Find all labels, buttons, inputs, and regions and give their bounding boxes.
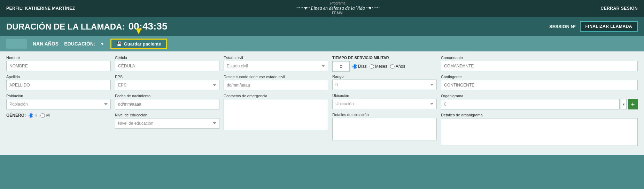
- nivel-educacion-select-wrapper: Nivel de educación: [115, 118, 219, 129]
- desde-cuando-label: Desde cuando tiene ese estado civil: [224, 75, 328, 79]
- contingente-group: Contingente: [441, 75, 638, 90]
- desde-cuando-input[interactable]: [224, 80, 328, 90]
- meses-option[interactable]: Meses: [370, 64, 387, 69]
- detalles-ubicacion-group: Detalles de ubicación: [332, 113, 437, 142]
- eps-select[interactable]: EPS: [115, 80, 219, 90]
- poblacion-select-wrapper: Población: [6, 99, 111, 109]
- genero-h-radio[interactable]: [29, 113, 33, 118]
- ubicacion-group: Ubicación Ubicación: [332, 93, 437, 109]
- detalles-ubicacion-textarea[interactable]: [332, 118, 437, 140]
- nombre-group: Nombre: [6, 56, 111, 71]
- contactos-label: Contactos de emergencia: [224, 94, 328, 98]
- tiempo-servicio-label: TIEMPO DE SERVICIO MILITAR: [332, 56, 437, 60]
- contingente-label: Contingente: [441, 75, 638, 79]
- ubicacion-label: Ubicación: [332, 93, 437, 98]
- col2: Cédula EPS EPS Fecha de nacimiento Nivel…: [115, 56, 219, 151]
- educacion-label: EDUCACIÓN:: [64, 41, 95, 47]
- tiempo-radio-options: Días Meses Años: [352, 64, 405, 69]
- guardar-paciente-button[interactable]: 💾 Guardar paciente: [110, 39, 167, 49]
- nombre-label: Nombre: [6, 56, 111, 60]
- nivel-educacion-group: Nivel de educación Nivel de educación: [115, 113, 219, 129]
- contactos-group: Contactos de emergencia: [224, 94, 328, 132]
- logout-button[interactable]: CERRAR SESIÓN: [600, 6, 638, 11]
- tiempo-value-input[interactable]: [332, 61, 350, 72]
- fecha-nacimiento-input[interactable]: [115, 99, 219, 109]
- nombre-input[interactable]: [6, 61, 111, 71]
- rango-label: Rango: [332, 74, 437, 79]
- nivel-educacion-label: Nivel de educación: [115, 113, 219, 117]
- meses-label: Meses: [375, 64, 387, 69]
- comandante-group: Comandante: [441, 56, 638, 71]
- apellido-label: Apellido: [6, 75, 111, 79]
- genero-h-label[interactable]: H: [29, 113, 38, 118]
- eps-group: EPS EPS: [115, 75, 219, 90]
- nivel-educacion-select[interactable]: Nivel de educación: [115, 118, 219, 129]
- rango-group: Rango 0: [332, 74, 437, 90]
- eps-label: EPS: [115, 75, 219, 79]
- apellido-input[interactable]: [6, 80, 111, 90]
- estado-civil-group: Estado civil Estado civil: [224, 56, 328, 71]
- poblacion-label: Población: [6, 94, 111, 98]
- genero-row: GÉNERO: H M: [6, 113, 111, 118]
- yellow-arrow-icon: ▼: [134, 26, 143, 36]
- finalizar-llamada-button[interactable]: FINALIZAR LLAMADA: [580, 21, 638, 32]
- meses-radio[interactable]: [370, 64, 374, 69]
- anos-option[interactable]: Años: [390, 64, 405, 69]
- genero-m-radio[interactable]: [40, 113, 45, 118]
- detalles-ubicacion-label: Detalles de ubicación: [332, 113, 437, 117]
- dias-option[interactable]: Días: [352, 64, 367, 69]
- organigrama-group: Organigrama ▾ +: [441, 94, 638, 109]
- nan-anos-label: NAN AÑOS: [33, 41, 59, 47]
- top-nav: PERFIL: KATHERINE MARTÍNEZ Programa ~~~♥…: [0, 0, 644, 17]
- ubicacion-select[interactable]: Ubicación: [332, 99, 437, 109]
- genero-h-text: H: [34, 113, 38, 118]
- genero-label: GÉNERO:: [6, 113, 26, 118]
- duration-prefix: DURACIÓN DE LA LLAMADA:: [6, 22, 125, 32]
- guardar-label: Guardar paciente: [124, 41, 161, 47]
- guardar-container: ▼ 💾 Guardar paciente: [110, 39, 167, 49]
- organigrama-row: ▾ +: [441, 99, 638, 109]
- dias-radio[interactable]: [352, 64, 357, 69]
- fecha-nacimiento-label: Fecha de nacimiento: [115, 94, 219, 98]
- col5: Comandante Contingente Organigrama ▾ + D…: [441, 56, 638, 151]
- col4: TIEMPO DE SERVICIO MILITAR Días Meses: [332, 56, 437, 151]
- col1: Nombre Apellido Población Población GÉNE…: [6, 56, 111, 151]
- organigrama-chevron-icon[interactable]: ▾: [621, 99, 627, 109]
- fecha-nacimiento-group: Fecha de nacimiento: [115, 94, 219, 109]
- anos-label: Años: [396, 64, 405, 69]
- comandante-label: Comandante: [441, 56, 638, 60]
- rango-select[interactable]: 0: [332, 80, 437, 90]
- cedula-label: Cédula: [115, 56, 219, 60]
- anos-radio[interactable]: [390, 64, 395, 69]
- patient-bar: NAN AÑOS EDUCACIÓN: ▾ ▼ 💾 Guardar pacien…: [0, 36, 644, 51]
- dias-label: Días: [358, 64, 367, 69]
- call-bar: DURACIÓN DE LA LLAMADA: 00:43:35 SESSION…: [0, 17, 644, 36]
- form-area: Nombre Apellido Población Población GÉNE…: [0, 51, 644, 155]
- contingente-input[interactable]: [441, 80, 638, 90]
- educacion-chevron-icon[interactable]: ▾: [101, 41, 103, 47]
- form-grid: Nombre Apellido Población Población GÉNE…: [6, 56, 638, 151]
- apellido-group: Apellido: [6, 75, 111, 90]
- cedula-group: Cédula: [115, 56, 219, 71]
- genero-m-label[interactable]: M: [40, 113, 50, 118]
- cedula-input[interactable]: [115, 61, 219, 71]
- estado-civil-select[interactable]: Estado civil: [224, 61, 328, 71]
- contactos-textarea[interactable]: [224, 99, 328, 130]
- detalles-organigrama-label: Detalles de organigrama: [441, 113, 638, 117]
- organigrama-input[interactable]: [441, 99, 620, 109]
- estado-civil-select-wrapper: Estado civil: [224, 61, 328, 71]
- genero-m-text: M: [46, 113, 50, 118]
- detalles-organigrama-group: Detalles de organigrama: [441, 113, 638, 147]
- desde-cuando-group: Desde cuando tiene ese estado civil: [224, 75, 328, 90]
- eps-select-wrapper: EPS: [115, 80, 219, 90]
- organigrama-label: Organigrama: [441, 94, 638, 98]
- comandante-input[interactable]: [441, 61, 638, 71]
- organigrama-add-button[interactable]: +: [628, 99, 638, 109]
- detalles-organigrama-textarea[interactable]: [441, 118, 638, 146]
- poblacion-group: Población Población: [6, 94, 111, 109]
- estado-civil-label: Estado civil: [224, 56, 328, 60]
- logo-area: Programa ~~~♥~ Línea en defensa de la Vi…: [296, 1, 379, 16]
- poblacion-select[interactable]: Población: [6, 99, 111, 109]
- col3: Estado civil Estado civil Desde cuando t…: [224, 56, 328, 151]
- call-right: SESSION Nº FINALIZAR LLAMADA: [549, 21, 638, 32]
